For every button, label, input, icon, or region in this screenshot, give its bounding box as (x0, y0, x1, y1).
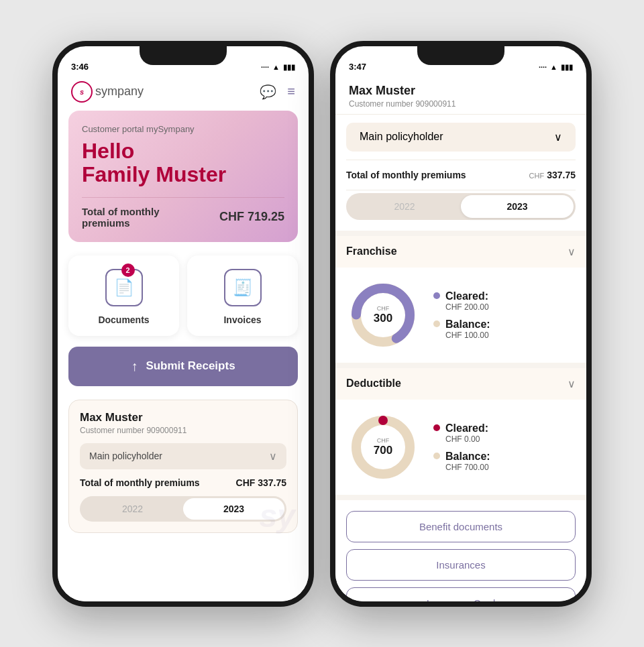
deductible-header[interactable]: Deductible ∨ (335, 368, 586, 400)
submit-receipts-button[interactable]: ↑ Submit Receipts (68, 347, 298, 386)
franchise-section: Franchise ∨ CHF 300 (335, 236, 586, 363)
year-2022-btn[interactable]: 2022 (82, 498, 183, 520)
deductible-balance-text: Balance: CHF 700.00 (445, 451, 490, 472)
left-content: s sympany 💬 ≡ Customer portal mySympany … (58, 76, 309, 601)
wifi-icon: ▲ (550, 63, 557, 71)
battery-icon: ▮▮▮ (283, 63, 295, 72)
franchise-donut-center: CHF 300 (374, 305, 392, 325)
family-name: Family Muster (82, 163, 284, 186)
franchise-cleared-value: CHF 200.00 (445, 302, 489, 312)
invoices-card[interactable]: 🧾 Invoices (187, 255, 298, 336)
hero-banner: Customer portal mySympany Hello Family M… (68, 111, 298, 242)
deductible-donut-value: 700 (374, 444, 392, 457)
franchise-cleared-item: Cleared: CHF 200.00 (433, 290, 490, 312)
deductible-arrow-icon: ∨ (568, 377, 576, 390)
year-2023-btn[interactable]: 2023 (183, 498, 284, 520)
customer-number-label: Customer number (80, 426, 144, 435)
submit-btn-text: Submit Receipts (146, 359, 235, 373)
signal-icon: ···· (539, 63, 547, 71)
header-icons: 💬 ≡ (260, 84, 295, 100)
wifi-icon: ▲ (272, 63, 280, 71)
franchise-balance-label: Balance: (445, 318, 490, 331)
customer-card: Max Muster Customer number 909000911 Mai… (68, 400, 298, 533)
deductible-cleared-value: CHF 0.00 (445, 434, 488, 444)
insurance-card-button[interactable]: Insurance Card (346, 587, 576, 601)
deductible-legend: Cleared: CHF 0.00 Balance: CHF 700.00 (433, 422, 490, 472)
rp-number-label: Customer number (349, 99, 413, 109)
rp-customer-number: Customer number 909000911 (349, 99, 573, 109)
deductible-cleared-text: Cleared: CHF 0.00 (445, 422, 488, 444)
deductible-donut-center: CHF 700 (374, 437, 392, 457)
left-notch (140, 46, 227, 65)
benefit-documents-button[interactable]: Benefit documents (346, 511, 576, 542)
deductible-cleared-label: Cleared: (445, 422, 488, 434)
franchise-legend: Cleared: CHF 200.00 Balance: CHF 100.00 (433, 290, 490, 340)
deductible-balance-label: Balance: (445, 451, 490, 463)
deductible-donut: CHF 700 (346, 410, 420, 484)
franchise-body: CHF 300 Cleared: CHF 200.00 (335, 268, 586, 363)
app-header: s sympany 💬 ≡ (58, 76, 309, 111)
rp-premiums-value: CHF337.75 (529, 170, 576, 180)
deductible-cleared-item: Cleared: CHF 0.00 (433, 422, 490, 444)
rp-policyholder-dropdown[interactable]: Main policyholder ∨ (346, 123, 576, 152)
hero-divider (82, 197, 284, 198)
deductible-body: CHF 700 Cleared: CHF 0.00 (335, 400, 586, 495)
invoices-label: Invoices (223, 314, 261, 325)
logo-icon: s (71, 81, 93, 103)
left-phone: 3:46 ···· ▲ ▮▮▮ s sympany 💬 ≡ Customer p… (52, 41, 314, 607)
rp-premiums-amount: 337.75 (547, 170, 576, 180)
right-notch (417, 46, 504, 65)
action-cards: 2 📄 Documents 🧾 Invoices (58, 255, 309, 336)
rp-policyholder-label: Main policyholder (360, 131, 443, 143)
franchise-balance-text: Balance: CHF 100.00 (445, 318, 490, 340)
franchise-cleared-text: Cleared: CHF 200.00 (445, 290, 489, 312)
franchise-donut-row: CHF 300 Cleared: CHF 200.00 (346, 278, 576, 352)
franchise-cleared-dot (433, 292, 440, 299)
battery-icon: ▮▮▮ (561, 63, 573, 72)
rp-year-2022-btn[interactable]: 2022 (348, 195, 461, 218)
customer-number: Customer number 909000911 (80, 426, 286, 435)
signal-icon: ···· (261, 63, 269, 71)
franchise-header[interactable]: Franchise ∨ (335, 236, 586, 268)
franchise-balance-dot (433, 320, 440, 327)
rp-separator-3 (335, 495, 586, 500)
hero-premiums-value: CHF 719.25 (219, 210, 284, 224)
rp-customer-header: Max Muster Customer number 909000911 (335, 76, 586, 115)
rp-year-toggle: 2022 2023 (346, 193, 576, 220)
customer-premiums-label: Total of monthly premiums (80, 477, 200, 488)
deductible-balance-dot (433, 453, 440, 459)
documents-card[interactable]: 2 📄 Documents (68, 255, 179, 336)
rp-number-value: 909000911 (415, 99, 455, 109)
insurances-button[interactable]: Insurances (346, 549, 576, 581)
deductible-balance-item: Balance: CHF 700.00 (433, 451, 490, 472)
rp-premiums-row: Total of monthly premiums CHF337.75 (335, 160, 586, 190)
documents-label: Documents (98, 314, 149, 325)
dropdown-arrow-icon: ∨ (269, 450, 277, 463)
rp-dropdown-arrow-icon: ∨ (554, 131, 562, 143)
chat-icon[interactable]: 💬 (260, 84, 276, 100)
franchise-donut: CHF 300 (346, 278, 420, 352)
invoices-icon: 🧾 (224, 269, 262, 306)
customer-premiums-value: CHF 337.75 (236, 477, 286, 488)
policyholder-dropdown[interactable]: Main policyholder ∨ (80, 443, 286, 469)
franchise-cleared-label: Cleared: (445, 290, 489, 302)
customer-number-value: 909000911 (146, 426, 186, 435)
deductible-title: Deductible (346, 377, 401, 390)
franchise-title: Franchise (346, 245, 397, 257)
left-status-icons: ···· ▲ ▮▮▮ (261, 63, 295, 72)
bottom-buttons: Benefit documents Insurances Insurance C… (335, 500, 586, 601)
hero-subtitle: Customer portal mySympany (82, 124, 284, 134)
franchise-balance-item: Balance: CHF 100.00 (433, 318, 490, 340)
hello-text: Hello (82, 139, 284, 163)
rp-divider-2 (346, 190, 576, 190)
logo-text: sympany (95, 84, 144, 99)
rp-year-2023-btn[interactable]: 2023 (461, 195, 574, 218)
right-phone: 3:47 ···· ▲ ▮▮▮ Max Muster Customer numb… (330, 41, 592, 607)
rp-separator-2 (335, 363, 586, 368)
hero-premiums: Total of monthly premiums CHF 719.25 (82, 206, 284, 229)
right-status-icons: ···· ▲ ▮▮▮ (539, 63, 573, 72)
logo: s sympany (71, 81, 144, 103)
menu-icon[interactable]: ≡ (287, 84, 295, 99)
deductible-donut-label: CHF (374, 437, 392, 444)
policyholder-label: Main policyholder (89, 451, 162, 461)
